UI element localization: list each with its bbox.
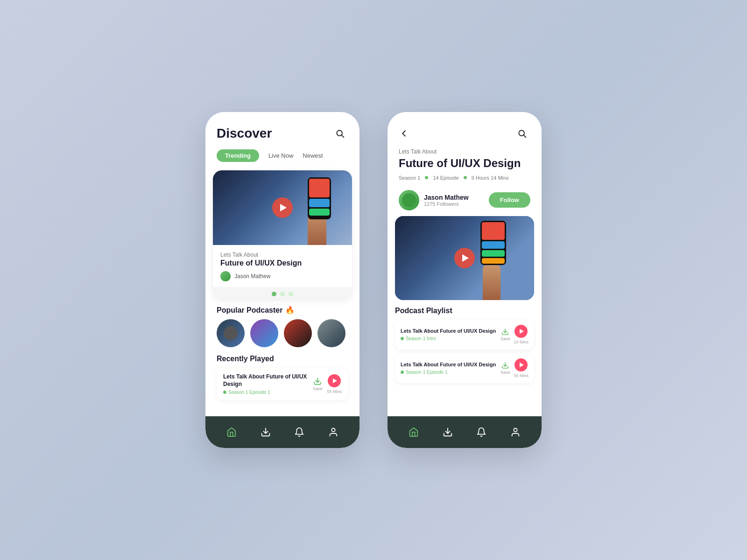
meta-season: Season 1 xyxy=(399,175,420,181)
tab-live-now[interactable]: Live Now xyxy=(268,152,293,159)
nav-profile[interactable] xyxy=(324,423,343,441)
author-text: Jason Mathew 1275 Followers xyxy=(424,194,469,207)
recently-played-title: Recently Played xyxy=(217,355,348,363)
fire-emoji: 🔥 xyxy=(285,306,295,315)
meta-episodes: 14 Episode xyxy=(433,175,458,181)
green-dot xyxy=(223,391,226,394)
green-dot-p2 xyxy=(401,371,404,374)
hero-author: Jason Mathew xyxy=(220,271,345,281)
podcaster-2[interactable] xyxy=(250,319,278,347)
recently-item-title: Lets Talk About Future of UI/UX Design xyxy=(223,373,313,388)
popular-section-header: Popular Podcaster 🔥 xyxy=(205,298,359,319)
episode-label: Season 1 Episode 1 xyxy=(228,390,270,395)
author-row: Jason Mathew 1275 Followers Follow xyxy=(388,185,542,216)
playlist-item-1-label: Season 1 Intro xyxy=(406,336,436,341)
meta-dot-2 xyxy=(464,176,467,179)
save-action[interactable]: Save xyxy=(313,377,323,391)
dot-3[interactable] xyxy=(289,292,293,296)
playlist-play-2[interactable]: 55 Mins xyxy=(514,358,529,378)
save-label: Save xyxy=(313,386,323,391)
detail-play-button[interactable] xyxy=(454,248,475,268)
recently-played-section: Recently Played Lets Talk About Future o… xyxy=(205,355,359,400)
playlist-duration-2: 55 Mins xyxy=(514,373,529,378)
series-label: Lets Talk About xyxy=(399,148,530,155)
playlist-item-2-label: Season 1 Episode 1 xyxy=(406,370,448,375)
playlist-item-1-actions: Save 10 Mins xyxy=(500,325,529,344)
carousel-dots xyxy=(213,287,352,298)
tab-newest[interactable]: Newest xyxy=(303,152,323,159)
nav-notifications[interactable] xyxy=(290,423,309,441)
hero-play-button[interactable] xyxy=(272,197,293,218)
podcaster-4[interactable] xyxy=(317,319,345,347)
svg-line-6 xyxy=(524,135,526,138)
play-action[interactable]: 55 Mins xyxy=(327,374,342,394)
author-avatar xyxy=(399,190,419,210)
back-button[interactable] xyxy=(399,128,409,139)
playlist-save-2[interactable]: Save xyxy=(500,362,510,375)
playlist-item-2-title: Lets Talk About Future of UI/UX Design xyxy=(401,361,500,368)
filter-tabs: Trending Live Now Newest xyxy=(205,149,359,162)
playlist-duration-1: 10 Mins xyxy=(514,340,529,344)
follow-button[interactable]: Follow xyxy=(489,192,530,208)
dot-2[interactable] xyxy=(280,292,285,296)
playlist-play-1[interactable]: 10 Mins xyxy=(514,325,529,344)
playlist-title: Podcast Playlist xyxy=(395,307,534,315)
playlist-item-2-actions: Save 55 Mins xyxy=(500,358,529,378)
recently-played-item: Lets Talk About Future of UI/UX Design S… xyxy=(217,368,348,400)
detail-search-button[interactable] xyxy=(514,125,530,142)
author-info: Jason Mathew 1275 Followers xyxy=(399,190,469,210)
hero-author-avatar xyxy=(220,271,231,281)
playlist-save-label-1: Save xyxy=(500,336,510,341)
podcaster-1[interactable] xyxy=(217,319,245,347)
detail-video xyxy=(395,216,534,300)
green-dot-p1 xyxy=(401,337,404,340)
phone-detail: Lets Talk About Future of UI/UX Design S… xyxy=(388,112,542,448)
nav-home[interactable] xyxy=(222,423,241,441)
podcasters-row xyxy=(205,319,359,355)
playlist-item-1-title: Lets Talk About Future of UI/UX Design xyxy=(401,328,500,334)
hero-thumbnail xyxy=(213,170,352,245)
meta-row: Season 1 14 Episode 9 Hours 14 Mins xyxy=(399,175,530,181)
playlist-item-1-info: Lets Talk About Future of UI/UX Design S… xyxy=(401,328,500,341)
svg-point-10 xyxy=(514,428,517,432)
detail-header xyxy=(388,112,542,148)
author-followers: 1275 Followers xyxy=(424,201,469,207)
playlist-item-2: Lets Talk About Future of UI/UX Design S… xyxy=(395,353,534,383)
detail-nav-home[interactable] xyxy=(404,423,423,441)
nav-download[interactable] xyxy=(256,423,275,441)
hero-subtitle: Lets Talk About xyxy=(220,252,345,258)
bottom-nav xyxy=(205,416,359,448)
detail-title-area: Lets Talk About Future of UI/UX Design S… xyxy=(388,148,542,185)
hero-author-name: Jason Mathew xyxy=(234,273,270,280)
podcaster-3[interactable] xyxy=(284,319,312,347)
detail-bottom-nav xyxy=(388,416,542,448)
tab-trending[interactable]: Trending xyxy=(217,149,259,162)
playlist-save-1[interactable]: Save xyxy=(500,328,510,341)
detail-nav-profile[interactable] xyxy=(506,423,525,441)
playlist-item-1: Lets Talk About Future of UI/UX Design S… xyxy=(395,320,534,350)
author-name: Jason Mathew xyxy=(424,194,469,201)
svg-line-1 xyxy=(342,135,344,138)
episode-tag: Season 1 Episode 1 xyxy=(223,390,313,395)
search-button[interactable] xyxy=(331,125,348,142)
playlist-item-1-episode: Season 1 Intro xyxy=(401,336,500,341)
main-title: Future of UI/UX Design xyxy=(399,157,530,170)
playlist-item-2-info: Lets Talk About Future of UI/UX Design S… xyxy=(401,361,500,375)
playlist-item-2-episode: Season 1 Episode 1 xyxy=(401,370,500,375)
playlist-save-label-2: Save xyxy=(500,370,510,375)
phones-container: Discover Trending Live Now Newest xyxy=(205,112,542,448)
discover-header: Discover xyxy=(205,112,359,149)
page-title: Discover xyxy=(217,126,272,141)
podcast-item-info: Lets Talk About Future of UI/UX Design S… xyxy=(223,373,313,395)
podcast-item-actions: Save 55 Mins xyxy=(313,374,342,394)
duration-label: 55 Mins xyxy=(327,389,342,394)
meta-dot-1 xyxy=(425,176,428,179)
phone-discover: Discover Trending Live Now Newest xyxy=(205,112,359,448)
detail-nav-download[interactable] xyxy=(438,423,457,441)
detail-nav-notifications[interactable] xyxy=(472,423,491,441)
playlist-section: Podcast Playlist Lets Talk About Future … xyxy=(388,307,542,383)
dot-1[interactable] xyxy=(272,292,276,296)
popular-section-title: Popular Podcaster xyxy=(217,306,282,315)
hero-card: Lets Talk About Future of UI/UX Design J… xyxy=(213,170,352,298)
meta-duration: 9 Hours 14 Mins xyxy=(472,175,509,181)
